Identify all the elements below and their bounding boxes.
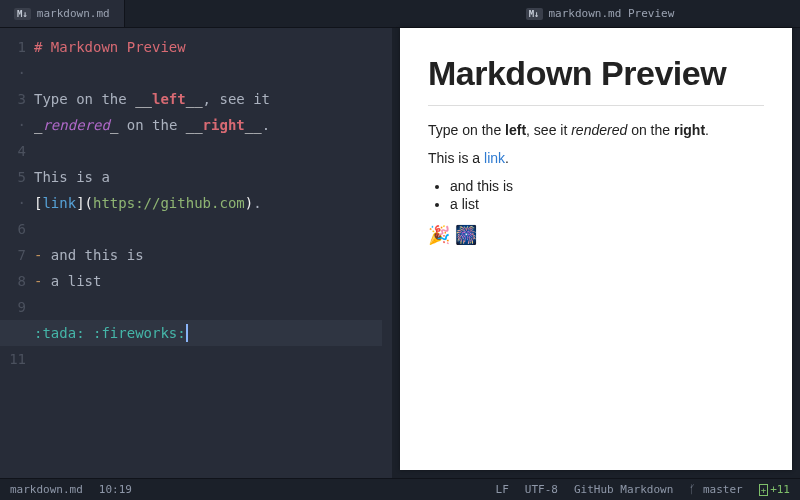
status-filename[interactable]: markdown.md (10, 483, 83, 496)
status-cursor-position[interactable]: 10:19 (99, 483, 132, 496)
status-git-branch[interactable]: master (689, 483, 742, 496)
preview-paragraph: This is a link. (428, 150, 764, 166)
line-number: 9 (0, 294, 26, 320)
code-line[interactable]: :tada: :fireworks: (0, 320, 382, 346)
code-line[interactable] (34, 60, 382, 86)
tab-editor-title: markdown.md (37, 7, 110, 20)
code-line[interactable]: # Markdown Preview (34, 34, 382, 60)
code-line[interactable]: [link](https://github.com). (34, 190, 382, 216)
preview-h1: Markdown Preview (428, 54, 764, 106)
preview-pane: Markdown Preview Type on the left, see i… (392, 28, 800, 478)
preview-document[interactable]: Markdown Preview Type on the left, see i… (400, 28, 792, 470)
code-area[interactable]: # Markdown PreviewType on the __left__, … (34, 28, 392, 478)
status-git-changes[interactable]: ++11 (759, 483, 790, 496)
preview-emoji: 🎉 🎆 (428, 224, 764, 246)
list-item: and this is (450, 178, 764, 194)
status-bar: markdown.md 10:19 LF UTF-8 GitHub Markdo… (0, 478, 800, 500)
code-line[interactable]: This is a (34, 164, 382, 190)
tab-preview[interactable]: M↓ markdown.md Preview (512, 0, 689, 27)
line-number: 6 (0, 216, 26, 242)
text-cursor (186, 324, 188, 342)
line-number: · (0, 112, 26, 138)
code-line[interactable]: _rendered_ on the __right__. (34, 112, 382, 138)
editor-pane[interactable]: 1·3·45·67891011 # Markdown PreviewType o… (0, 28, 392, 478)
code-line[interactable] (34, 294, 382, 320)
preview-paragraph: Type on the left, see it rendered on the… (428, 122, 764, 138)
status-grammar[interactable]: GitHub Markdown (574, 483, 673, 496)
markdown-icon: M↓ (14, 8, 31, 20)
line-number: 8 (0, 268, 26, 294)
code-line[interactable]: - and this is (34, 242, 382, 268)
line-number: 4 (0, 138, 26, 164)
preview-list: and this is a list (450, 178, 764, 212)
status-line-ending[interactable]: LF (496, 483, 509, 496)
code-line[interactable] (34, 138, 382, 164)
line-gutter: 1·3·45·67891011 (0, 28, 34, 478)
code-line[interactable] (34, 216, 382, 242)
code-line[interactable]: Type on the __left__, see it (34, 86, 382, 112)
preview-link[interactable]: link (484, 150, 505, 166)
line-number: 11 (0, 346, 26, 372)
list-item: a list (450, 196, 764, 212)
line-number: · (0, 190, 26, 216)
split-panes: 1·3·45·67891011 # Markdown PreviewType o… (0, 28, 800, 478)
line-number: 1 (0, 34, 26, 60)
line-number: 7 (0, 242, 26, 268)
status-encoding[interactable]: UTF-8 (525, 483, 558, 496)
code-line[interactable]: - a list (34, 268, 382, 294)
code-line[interactable] (34, 346, 382, 372)
line-number: · (0, 60, 26, 86)
tab-editor[interactable]: M↓ markdown.md (0, 0, 125, 27)
markdown-icon: M↓ (526, 8, 543, 20)
tab-preview-title: markdown.md Preview (549, 7, 675, 20)
line-number: 5 (0, 164, 26, 190)
tab-bar: M↓ markdown.md M↓ markdown.md Preview (0, 0, 800, 28)
line-number: 3 (0, 86, 26, 112)
